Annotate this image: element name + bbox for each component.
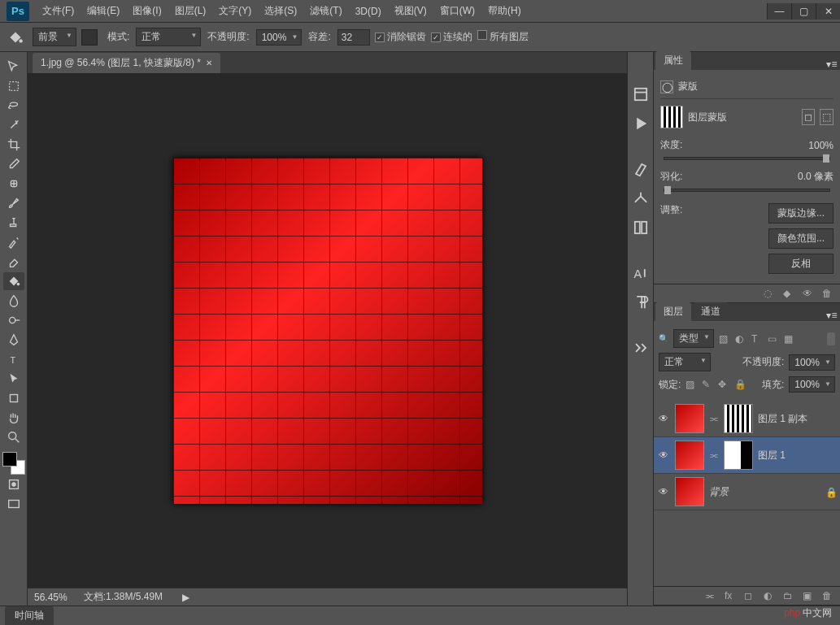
paragraph-icon[interactable] [631,293,651,312]
color-swatch[interactable] [2,452,25,475]
layer-opacity-input[interactable]: 100% [789,354,835,371]
brush-tool[interactable] [3,194,24,212]
vector-mask-button[interactable]: ⬚ [820,109,833,125]
menu-edit[interactable]: 编辑(E) [81,1,126,21]
menu-file[interactable]: 文件(F) [36,1,81,21]
layer-row[interactable]: 👁 ⫘ 图层 1 副本 [654,401,840,437]
menu-filter[interactable]: 滤镜(T) [303,1,348,21]
mask-thumbnail[interactable] [724,404,753,433]
layer-row[interactable]: 👁 ⫘ 图层 1 [654,437,840,474]
canvas-viewport[interactable] [28,73,627,588]
channels-tab[interactable]: 通道 [693,302,729,321]
foreground-color[interactable] [2,452,17,467]
clone-source-icon[interactable] [631,189,651,208]
filter-pixel-icon[interactable]: ▧ [719,333,730,345]
visibility-toggle[interactable]: 👁 [659,486,670,497]
layer-name[interactable]: 图层 1 [758,449,835,462]
lasso-tool[interactable] [3,97,24,115]
filter-toggle[interactable] [827,332,835,345]
crop-tool[interactable] [3,136,24,154]
menu-window[interactable]: 窗口(W) [433,1,481,21]
filter-shape-icon[interactable]: ▭ [768,333,779,345]
lock-paint-icon[interactable]: ✎ [702,379,713,390]
menu-type[interactable]: 文字(Y) [212,1,258,21]
layers-tab[interactable]: 图层 [655,302,691,321]
delete-layer-icon[interactable]: 🗑 [822,590,833,601]
paintbucket-tool[interactable] [3,272,24,290]
type-tool[interactable]: T [3,350,24,368]
tool-presets-icon[interactable] [631,338,651,358]
maximize-button[interactable]: ▢ [791,3,816,20]
character-icon[interactable]: A [631,263,651,283]
apply-mask-icon[interactable]: ◆ [783,288,794,299]
load-selection-icon[interactable]: ◌ [764,288,775,299]
menu-layer[interactable]: 图层(L) [168,1,213,21]
zoom-level[interactable]: 56.45% [34,592,67,603]
lock-all-icon[interactable]: 🔒 [734,379,746,390]
all-layers-checkbox[interactable]: 所有图层 [477,30,529,44]
layer-thumbnail[interactable] [675,441,704,470]
new-adjustment-icon[interactable]: ◐ [764,590,775,601]
new-layer-icon[interactable]: ▣ [803,590,814,601]
tolerance-input[interactable] [337,29,370,46]
filter-adjust-icon[interactable]: ◐ [735,333,746,345]
close-tab-icon[interactable]: ✕ [206,59,212,67]
mode-dropdown[interactable]: 正常 [136,28,201,46]
blend-mode-dropdown[interactable]: 正常 [659,353,711,371]
contiguous-checkbox[interactable]: ✓连续的 [431,30,472,44]
link-layers-icon[interactable]: ⫘ [705,590,716,601]
pen-tool[interactable] [3,331,24,349]
healing-tool[interactable] [3,175,24,193]
menu-help[interactable]: 帮助(H) [481,1,528,21]
dodge-tool[interactable] [3,311,24,329]
move-tool[interactable] [3,58,24,76]
add-mask-icon[interactable]: ◻ [744,590,755,601]
lock-trans-icon[interactable]: ▨ [685,379,697,390]
actions-icon[interactable] [631,114,651,133]
invert-button[interactable]: 反相 [768,254,833,274]
filter-smart-icon[interactable]: ▦ [784,333,795,345]
antialias-checkbox[interactable]: ✓消除锯齿 [375,30,426,44]
marquee-tool[interactable] [3,77,24,95]
eraser-tool[interactable] [3,253,24,271]
pattern-swatch[interactable] [81,29,98,46]
fill-input[interactable]: 100% [789,376,835,393]
menu-image[interactable]: 图像(I) [126,1,168,21]
mask-thumbnail[interactable] [724,441,753,470]
layer-thumbnail[interactable] [675,477,704,506]
close-button[interactable]: ✕ [816,3,840,20]
filter-type-icon[interactable]: T [751,333,763,345]
zoom-tool[interactable] [3,428,24,446]
density-value[interactable]: 100% [808,140,833,151]
swatches-icon[interactable] [631,218,651,237]
menu-select[interactable]: 选择(S) [258,1,303,21]
lock-pos-icon[interactable]: ✥ [718,379,729,390]
visibility-toggle[interactable]: 👁 [659,449,670,461]
visibility-toggle[interactable]: 👁 [659,413,670,424]
fill-source-dropdown[interactable]: 前景 [33,28,76,46]
opacity-dropdown[interactable]: 100% [256,29,302,46]
layer-name[interactable]: 图层 1 副本 [758,412,835,426]
screenmode-toggle[interactable] [3,495,24,513]
canvas[interactable] [173,158,482,504]
toggle-mask-icon[interactable]: 👁 [803,288,814,299]
brush-presets-icon[interactable] [631,159,651,179]
properties-tab[interactable]: 属性 [655,51,691,70]
hand-tool[interactable] [3,409,24,427]
color-range-button[interactable]: 颜色范围... [768,228,833,249]
stamp-tool[interactable] [3,214,24,232]
layer-name[interactable]: 背景 [709,485,820,499]
minimize-button[interactable]: — [767,3,791,20]
quickmask-toggle[interactable] [3,475,24,493]
layers-panel-menu-icon[interactable]: ▾≡ [824,310,840,321]
layer-row[interactable]: 👁 背景 🔒 [654,474,840,510]
history-icon[interactable] [631,85,651,104]
document-tab[interactable]: 1.jpg @ 56.4% (图层 1, 快速蒙版/8) * ✕ [33,53,220,73]
blur-tool[interactable] [3,292,24,310]
delete-mask-icon[interactable]: 🗑 [822,288,833,299]
pixel-mask-button[interactable]: ◻ [802,109,815,125]
panel-menu-icon[interactable]: ▾≡ [824,59,840,70]
density-slider[interactable] [664,157,830,160]
path-select-tool[interactable] [3,370,24,388]
menu-view[interactable]: 视图(V) [388,1,433,21]
